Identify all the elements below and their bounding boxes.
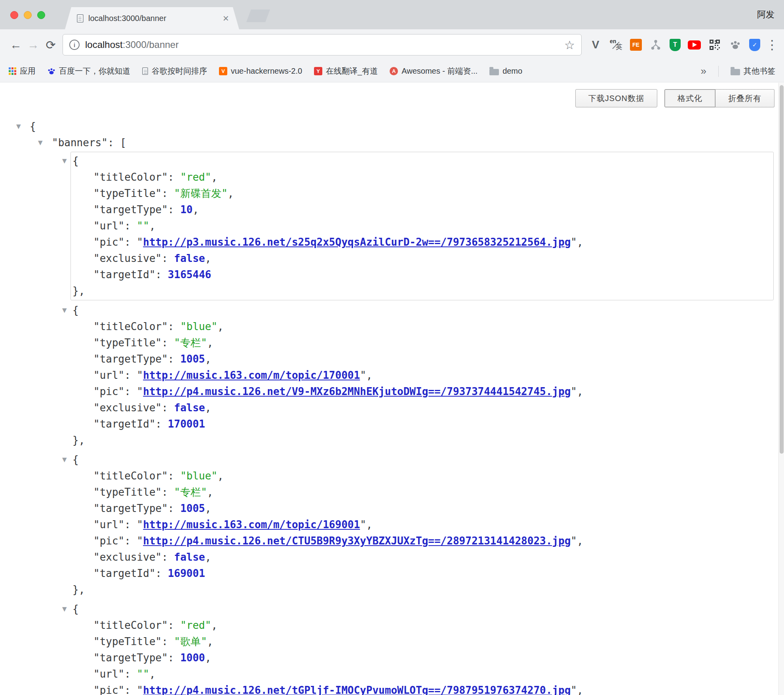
bookmark-label: demo xyxy=(502,67,522,76)
json-string-value: "专栏" xyxy=(174,337,207,349)
json-literal-value: 3165446 xyxy=(168,269,211,281)
bookmark-baidu[interactable]: 百度一下，你就知道 xyxy=(48,66,130,76)
scrollbar-thumb[interactable] xyxy=(780,85,784,454)
json-comma: , xyxy=(211,171,217,183)
youdao-icon: Y xyxy=(314,67,322,75)
collapse-toggle-icon[interactable]: ▼ xyxy=(62,601,67,617)
json-string-value: "专栏" xyxy=(174,486,207,498)
json-array-item: ▼{"titleColor": "red","typeTitle": "歌单",… xyxy=(70,600,774,695)
collapse-toggle-icon[interactable]: ▼ xyxy=(16,118,21,135)
close-window-button[interactable] xyxy=(10,11,18,19)
org-network-icon[interactable] xyxy=(649,38,662,52)
qrcode-svg xyxy=(710,40,720,50)
json-line: ▼{ xyxy=(72,452,773,468)
json-comma: , xyxy=(205,551,211,563)
json-literal-value: false xyxy=(174,402,205,414)
json-link-value[interactable]: http://p4.music.126.net/tGPljf-IMOCyPvum… xyxy=(143,684,571,695)
reload-button[interactable]: ⟳ xyxy=(42,36,59,53)
json-colon: : xyxy=(124,386,137,397)
minimize-window-button[interactable] xyxy=(24,11,32,19)
qrcode-icon[interactable] xyxy=(708,38,721,52)
json-colon: : xyxy=(162,252,174,264)
url-host: localhost xyxy=(85,39,123,50)
bookmark-google-sort[interactable]: 谷歌按时间排序 xyxy=(142,66,207,76)
youtube-icon[interactable] xyxy=(688,40,701,50)
tab-close-icon[interactable]: × xyxy=(223,13,229,23)
json-string-value: "red" xyxy=(180,171,211,183)
json-quote: " xyxy=(137,369,143,381)
active-tab[interactable]: localhost:3000/banner × xyxy=(65,7,239,29)
shield-check-icon[interactable]: ✓ xyxy=(749,39,760,51)
zoom-window-button[interactable] xyxy=(37,11,45,19)
guard-shield-icon[interactable]: T xyxy=(670,39,681,51)
url-text[interactable]: localhost:3000/banner xyxy=(85,39,564,50)
page-info-icon[interactable]: i xyxy=(69,40,80,50)
json-link-value[interactable]: http://p4.music.126.net/CTU5B9R9y3XyYBZX… xyxy=(143,535,571,547)
collapse-toggle-icon[interactable]: ▼ xyxy=(62,452,67,468)
browser-menu-icon[interactable]: ⋮ xyxy=(766,38,778,51)
json-key: "url" xyxy=(93,668,124,680)
json-link-value[interactable]: http://music.163.com/m/topic/169001 xyxy=(143,519,360,531)
collapse-toggle-icon[interactable]: ▼ xyxy=(38,135,43,151)
bookmark-vue-hackernews[interactable]: V vue-hackernews-2.0 xyxy=(219,67,302,76)
page-icon xyxy=(142,67,148,75)
new-tab-button[interactable] xyxy=(246,10,270,22)
browser-window: localhost:3000/banner × 阿发 ← → ⟳ i local… xyxy=(0,0,784,695)
profile-name[interactable]: 阿发 xyxy=(757,9,774,21)
json-comma: , xyxy=(149,220,156,232)
json-colon: : xyxy=(124,220,137,232)
json-comma: , xyxy=(207,486,213,498)
json-comma: , xyxy=(207,337,213,349)
json-colon: : [ xyxy=(108,137,126,149)
json-link-value[interactable]: http://p3.music.126.net/s25q2x5QyqsAzilC… xyxy=(143,236,571,248)
json-line: "targetType": 10, xyxy=(72,202,773,218)
bookmark-awesomes[interactable]: A Awesomes - 前端资... xyxy=(390,66,478,76)
json-line: "pic": "http://p3.music.126.net/s25q2x5Q… xyxy=(72,234,773,250)
bookmarks-divider xyxy=(718,66,719,77)
json-line: "pic": "http://p4.music.126.net/CTU5B9R9… xyxy=(72,533,773,549)
url-bar[interactable]: i localhost:3000/banner ☆ xyxy=(63,34,582,55)
json-key: "targetId" xyxy=(93,269,156,281)
json-colon: : xyxy=(124,236,137,248)
json-line: "url": "http://music.163.com/m/topic/170… xyxy=(72,367,773,384)
json-key: "targetType" xyxy=(93,652,168,664)
json-colon: : xyxy=(162,337,174,349)
vertical-scrollbar[interactable] xyxy=(778,83,784,695)
bookmark-youdao-translate[interactable]: Y 在线翻译_有道 xyxy=(314,66,378,76)
other-bookmarks-folder[interactable]: 其他书签 xyxy=(731,66,775,76)
vue-devtools-icon[interactable]: V xyxy=(589,38,602,52)
translate-icon[interactable]: en英 xyxy=(609,38,623,52)
json-link-value[interactable]: http://music.163.com/m/topic/170001 xyxy=(143,369,360,381)
json-comma: , xyxy=(211,619,217,631)
json-string-value: "" xyxy=(137,220,149,232)
json-quote: ", xyxy=(571,684,583,695)
format-button[interactable]: 格式化 xyxy=(664,89,715,107)
json-line: "titleColor": "blue", xyxy=(72,319,773,335)
collapse-toggle-icon[interactable]: ▼ xyxy=(62,153,67,169)
json-key: "typeTitle" xyxy=(93,636,162,647)
bookmark-demo-folder[interactable]: demo xyxy=(489,67,522,76)
json-comma: , xyxy=(205,652,211,664)
fe-extension-icon[interactable]: FE xyxy=(630,39,642,51)
download-json-button[interactable]: 下载JSON数据 xyxy=(575,89,657,107)
page-content: 下载JSON数据 格式化 折叠所有 ▼{▼"banners": [▼{"titl… xyxy=(0,83,784,695)
json-literal-value: 169001 xyxy=(168,567,205,579)
json-line: ▼{ xyxy=(72,153,773,169)
json-link-value[interactable]: http://p4.music.126.net/V9-MXz6b2MNhEKju… xyxy=(143,386,571,397)
bookmark-star-icon[interactable]: ☆ xyxy=(564,38,575,52)
json-line: "targetType": 1005, xyxy=(72,351,773,367)
json-string-value: "" xyxy=(137,668,149,680)
paw-icon[interactable] xyxy=(729,38,742,52)
bookmarks-overflow-chevron[interactable]: » xyxy=(701,65,706,77)
forward-button[interactable]: → xyxy=(25,36,42,53)
collapse-all-button[interactable]: 折叠所有 xyxy=(715,89,774,107)
collapse-toggle-icon[interactable]: ▼ xyxy=(62,302,67,319)
back-button[interactable]: ← xyxy=(7,36,25,53)
json-line: "exclusive": false, xyxy=(72,250,773,267)
json-comma: , xyxy=(217,470,224,482)
json-line: "pic": "http://p4.music.126.net/tGPljf-I… xyxy=(72,682,773,695)
json-close-brace: }, xyxy=(72,584,85,596)
bookmark-apps[interactable]: 应用 xyxy=(9,66,36,76)
json-key: "targetType" xyxy=(93,502,168,514)
json-key: "typeTitle" xyxy=(93,337,162,349)
